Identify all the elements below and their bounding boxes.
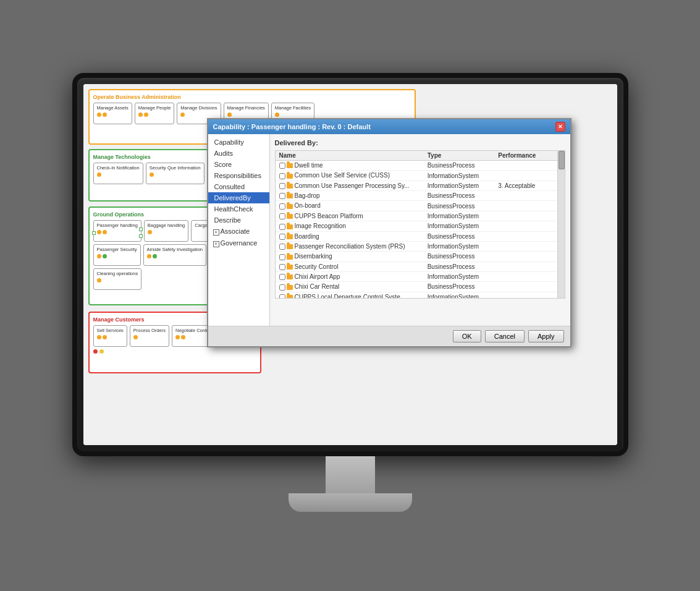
cell-performance	[494, 261, 557, 271]
cell-performance	[494, 171, 557, 181]
cell-name: Boarding	[276, 231, 424, 241]
cell-name: CUPPS Beacon Platform	[276, 211, 424, 221]
cell-performance	[494, 241, 557, 251]
cell-performance	[494, 271, 557, 281]
cell-name: Passenger Reconciliation System (PRS)	[276, 241, 424, 251]
cell-type: InformationSystem	[424, 211, 495, 221]
monitor-stand-neck	[326, 456, 375, 493]
nav-capability[interactable]: Capability	[208, 137, 269, 148]
nav-describe[interactable]: Describe	[208, 215, 269, 226]
cell-performance: 3. Acceptable	[494, 181, 557, 190]
table-row[interactable]: Image RecognitionInformationSystem	[276, 221, 557, 231]
cell-type: InformationSystem	[424, 171, 495, 181]
cell-name: Chixi Car Rental	[276, 282, 424, 292]
cell-type: BusinessProcess	[424, 261, 495, 271]
nav-deliveredby[interactable]: DeliveredBy	[208, 192, 269, 203]
dialog-body: Capability Audits Score Responsibilities…	[208, 134, 570, 326]
cell-name: Common Use Passenger Processing Sy...	[276, 181, 424, 190]
cell-name: Dwell time	[276, 161, 424, 171]
cell-type: BusinessProcess	[424, 201, 495, 211]
dialog-titlebar: Capability : Passenger handling : Rev. 0…	[208, 119, 570, 134]
nav-healthcheck[interactable]: HealthCheck	[208, 203, 269, 215]
cell-name: Security Control	[276, 261, 424, 271]
diagram-area: Operate Business Administration Manage A…	[83, 84, 617, 445]
cell-name: Common Use Self Service (CUSS)	[276, 171, 424, 181]
ok-button[interactable]: OK	[453, 330, 481, 342]
cell-type: InformationSystem	[424, 221, 495, 231]
nav-associate[interactable]: +Associate	[208, 226, 269, 237]
nav-score[interactable]: Score	[208, 159, 269, 170]
cell-type: InformationSystem	[424, 292, 495, 298]
nav-governance[interactable]: +Governance	[208, 237, 269, 249]
table-inner: Name Type Performance Dwell timeBusiness…	[276, 151, 557, 298]
scrollbar-track[interactable]	[557, 151, 565, 298]
cell-type: InformationSystem	[424, 181, 495, 190]
nav-responsibilities[interactable]: Responsibilities	[208, 170, 269, 181]
table-row[interactable]: BoardingBusinessProcess	[276, 231, 557, 241]
cell-type: BusinessProcess	[424, 161, 495, 171]
col-name: Name	[276, 151, 424, 161]
nav-consulted[interactable]: Consulted	[208, 181, 269, 192]
cell-type: InformationSystem	[424, 271, 495, 281]
delivered-by-label: Delivered By:	[275, 139, 565, 147]
apply-button[interactable]: Apply	[528, 330, 564, 342]
monitor-stand-base	[289, 493, 412, 512]
expand-icon-associate: +	[213, 229, 219, 236]
cell-performance	[494, 292, 557, 298]
dialog-overlay: Capability : Passenger handling : Rev. 0…	[83, 84, 617, 445]
cell-type: BusinessProcess	[424, 191, 495, 201]
dialog-close-button[interactable]: ✕	[555, 122, 565, 132]
cell-type: InformationSystem	[424, 241, 495, 251]
cell-type: BusinessProcess	[424, 282, 495, 292]
table-row[interactable]: Common Use Self Service (CUSS)Informatio…	[276, 171, 557, 181]
cell-performance	[494, 191, 557, 201]
cell-name: On-board	[276, 201, 424, 211]
monitor-body: Operate Business Administration Manage A…	[72, 73, 628, 456]
cell-performance	[494, 201, 557, 211]
scrollbar-thumb[interactable]	[559, 151, 565, 169]
expand-icon-governance: +	[213, 241, 219, 247]
cell-performance	[494, 211, 557, 221]
table-row[interactable]: Common Use Passenger Processing Sy...Inf…	[276, 181, 557, 190]
table-row[interactable]: Bag-dropBusinessProcess	[276, 191, 557, 201]
table-row[interactable]: Chixi Car RentalBusinessProcess	[276, 282, 557, 292]
capability-dialog[interactable]: Capability : Passenger handling : Rev. 0…	[207, 118, 571, 347]
cell-performance	[494, 282, 557, 292]
cell-type: BusinessProcess	[424, 252, 495, 261]
cell-name: Bag-drop	[276, 191, 424, 201]
col-type: Type	[424, 151, 495, 161]
dialog-content: Delivered By: Name Type	[270, 134, 570, 326]
table-row[interactable]: CUPPS Beacon PlatformInformationSystem	[276, 211, 557, 221]
cell-type: BusinessProcess	[424, 231, 495, 241]
monitor: Operate Business Administration Manage A…	[72, 73, 628, 518]
table-row[interactable]: DisembarkingBusinessProcess	[276, 252, 557, 261]
dialog-title: Capability : Passenger handling : Rev. 0…	[213, 123, 371, 130]
cell-performance	[494, 231, 557, 241]
cell-name: Chixi Airport App	[276, 271, 424, 281]
delivered-table: Name Type Performance Dwell timeBusiness…	[276, 151, 557, 298]
table-row[interactable]: On-boardBusinessProcess	[276, 201, 557, 211]
dialog-nav: Capability Audits Score Responsibilities…	[208, 134, 270, 326]
table-row[interactable]: Chixi Airport AppInformationSystem	[276, 271, 557, 281]
cell-name: CUPPS Local Departure Control Syste...	[276, 292, 424, 298]
table-row[interactable]: Passenger Reconciliation System (PRS)Inf…	[276, 241, 557, 251]
table-container: Name Type Performance Dwell timeBusiness…	[275, 150, 565, 299]
dialog-footer: OK Cancel Apply	[208, 326, 570, 346]
cancel-button[interactable]: Cancel	[485, 330, 525, 342]
cell-performance	[494, 221, 557, 231]
nav-audits[interactable]: Audits	[208, 148, 269, 159]
cell-name: Disembarking	[276, 252, 424, 261]
table-row[interactable]: Dwell timeBusinessProcess	[276, 161, 557, 171]
col-performance: Performance	[494, 151, 557, 161]
cell-name: Image Recognition	[276, 221, 424, 231]
table-row[interactable]: Security ControlBusinessProcess	[276, 261, 557, 271]
table-row[interactable]: CUPPS Local Departure Control Syste...In…	[276, 292, 557, 298]
cell-performance	[494, 161, 557, 171]
screen: Operate Business Administration Manage A…	[83, 84, 617, 445]
cell-performance	[494, 252, 557, 261]
